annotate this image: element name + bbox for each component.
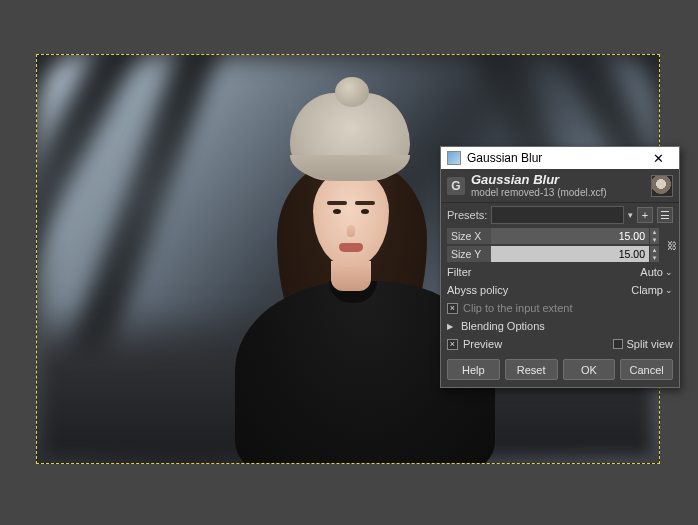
- preview-checkbox[interactable]: ×: [447, 339, 458, 350]
- size-x-spinner[interactable]: ▲▼: [649, 228, 659, 244]
- spin-down-icon: ▼: [650, 254, 659, 262]
- clip-checkbox[interactable]: ×: [447, 303, 458, 314]
- preview-label: Preview: [463, 338, 502, 350]
- size-y-input[interactable]: 15.00: [491, 246, 649, 262]
- help-button[interactable]: Help: [447, 359, 500, 380]
- help-button-label: Help: [462, 364, 485, 376]
- app-icon: [447, 151, 461, 165]
- spin-down-icon: ▼: [650, 236, 659, 244]
- chevron-down-icon: ⌄: [665, 285, 673, 295]
- split-view-label: Split view: [627, 338, 673, 350]
- preview-toggle[interactable]: × Preview: [447, 338, 502, 350]
- close-icon: ✕: [653, 151, 664, 166]
- abyss-value: Clamp: [631, 284, 663, 296]
- spin-up-icon: ▲: [650, 246, 659, 254]
- gegl-icon: G: [447, 177, 465, 195]
- abyss-policy-row[interactable]: Abyss policy Clamp ⌄: [441, 281, 679, 299]
- size-x-row: Size X 15.00 ▲▼: [441, 227, 665, 245]
- clip-row[interactable]: × Clip to the input extent: [441, 299, 679, 317]
- abyss-label: Abyss policy: [447, 284, 631, 296]
- size-y-label: Size Y: [447, 246, 491, 262]
- dialog-header: G Gaussian Blur model removed-13 (model.…: [441, 169, 679, 203]
- filter-title: Gaussian Blur: [471, 173, 645, 187]
- menu-icon: ☰: [660, 209, 670, 222]
- filter-subtitle: model removed-13 (model.xcf): [471, 187, 645, 198]
- presets-row: Presets: ▾ + ☰: [441, 203, 679, 227]
- preview-thumbnail: [651, 175, 673, 197]
- chain-link-icon[interactable]: ⛓: [667, 240, 677, 251]
- size-x-label: Size X: [447, 228, 491, 244]
- close-button[interactable]: ✕: [641, 148, 675, 168]
- dialog-button-row: Help Reset OK Cancel: [441, 353, 679, 387]
- blending-options-label: Blending Options: [461, 320, 545, 332]
- presets-label: Presets:: [447, 209, 487, 221]
- cancel-button[interactable]: Cancel: [620, 359, 673, 380]
- size-y-row: Size Y 15.00 ▲▼: [441, 245, 665, 263]
- chevron-down-icon: ▾: [628, 210, 633, 220]
- presets-select[interactable]: [491, 206, 624, 224]
- add-preset-button[interactable]: +: [637, 207, 653, 223]
- split-view-checkbox[interactable]: [613, 339, 623, 349]
- filter-row[interactable]: Filter Auto ⌄: [441, 263, 679, 281]
- filter-label: Filter: [447, 266, 640, 278]
- chevron-down-icon: ⌄: [665, 267, 673, 277]
- expand-arrow-icon: ▶: [447, 322, 456, 331]
- reset-button[interactable]: Reset: [505, 359, 558, 380]
- blending-options-row[interactable]: ▶ Blending Options: [441, 317, 679, 335]
- dialog-title: Gaussian Blur: [467, 151, 542, 165]
- filter-value: Auto: [640, 266, 663, 278]
- size-y-spinner[interactable]: ▲▼: [649, 246, 659, 262]
- clip-label: Clip to the input extent: [463, 302, 572, 314]
- ok-button-label: OK: [581, 364, 597, 376]
- reset-button-label: Reset: [517, 364, 546, 376]
- cancel-button-label: Cancel: [630, 364, 664, 376]
- split-view-toggle[interactable]: Split view: [613, 338, 673, 350]
- ok-button[interactable]: OK: [563, 359, 616, 380]
- size-x-input[interactable]: 15.00: [491, 228, 649, 244]
- manage-presets-button[interactable]: ☰: [657, 207, 673, 223]
- dialog-titlebar[interactable]: Gaussian Blur ✕: [441, 147, 679, 169]
- size-x-value: 15.00: [619, 230, 645, 242]
- spin-up-icon: ▲: [650, 228, 659, 236]
- gaussian-blur-dialog: Gaussian Blur ✕ G Gaussian Blur model re…: [440, 146, 680, 388]
- size-y-value: 15.00: [619, 248, 645, 260]
- plus-icon: +: [642, 209, 648, 221]
